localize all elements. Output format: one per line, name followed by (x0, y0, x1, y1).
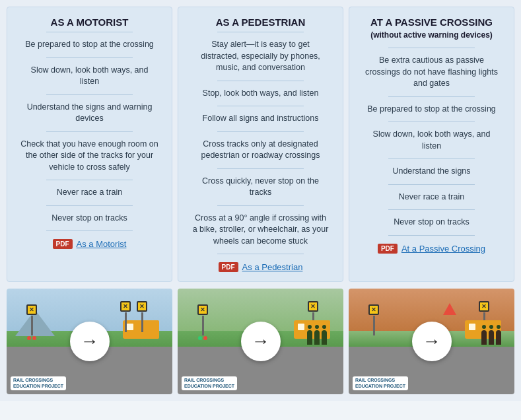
cards-row: AS A MOTORIST Be prepared to stop at the… (7, 7, 514, 282)
motorist-item-3: Understand the signs and warning devices (18, 96, 161, 130)
sign-cluster-left: ✕ (26, 304, 37, 341)
motorist-item-4: Check that you have enough room on the o… (18, 133, 161, 179)
passive-card: AT A PASSIVE CROSSING (without active wa… (349, 7, 514, 282)
divider (388, 48, 474, 48)
light-green (198, 336, 202, 340)
pedestrian-figures-pc (481, 330, 501, 345)
passive-pdf-text[interactable]: At a Passive Crossing (401, 244, 485, 254)
motorist-card: AS A MOTORIST Be prepared to stop at the… (7, 7, 172, 282)
light-red-p (203, 336, 207, 340)
sign-pole (31, 316, 33, 335)
pedestrian-2 (314, 330, 320, 345)
divider (217, 168, 303, 169)
motorist-item-6: Never stop on tracks (18, 207, 161, 230)
logo-line1-p: RAIL CROSSINGS (184, 378, 234, 383)
arrow-button-pc[interactable]: → (412, 322, 452, 361)
lights-row (27, 336, 36, 340)
pedestrian-item-5: Cross quickly, never stop on the tracks (189, 170, 332, 204)
pedestrian-pc-1 (481, 330, 487, 345)
sign-cluster-left-p: ✕ (197, 304, 208, 341)
sign-pole-p (202, 316, 204, 335)
divider (217, 131, 303, 132)
crossing-x-sign-r2: ✕ (120, 301, 131, 312)
crossing-x-sign-r: ✕ (137, 301, 147, 312)
pdf-badge: PDF (378, 244, 398, 254)
logo-line2-pc: EDUCATION PROJECT (355, 384, 405, 389)
sign-cluster-right: ✕ (137, 301, 147, 332)
pedestrian-item-1: Stay alert—it is easy to get distracted,… (189, 34, 332, 79)
arrow-button[interactable]: → (70, 322, 110, 361)
pedestrian-card: AS A PEDESTRIAN Stay alert—it is easy to… (178, 7, 343, 282)
main-container: AS A MOTORIST Be prepared to stop at the… (0, 0, 521, 401)
divider (388, 158, 474, 159)
crossing-x-sign-rp: ✕ (308, 301, 318, 312)
motorist-item-2: Slow down, look both ways, and listen (18, 59, 161, 93)
passive-item-6: Never stop on tracks (360, 211, 503, 234)
divider (46, 205, 132, 206)
pedestrian-pc-2 (489, 330, 494, 345)
divider (388, 184, 474, 185)
divider (388, 122, 474, 122)
pedestrian-pdf-link[interactable]: PDF As a Pedestrian (219, 262, 303, 272)
light-red (27, 336, 31, 340)
passive-item-4: Understand the signs (360, 160, 503, 183)
divider (217, 205, 303, 206)
passive-image[interactable]: ✕ ✕ → RAIL CROSSINGS EDUC (349, 289, 514, 394)
arrow-button-p[interactable]: → (241, 322, 281, 361)
pedestrian-1 (307, 330, 312, 345)
crossing-x-sign-rpc: ✕ (479, 301, 489, 312)
passive-item-3: Slow down, look both ways, and listen (360, 123, 503, 157)
passive-title: AT A PASSIVE CROSSING (370, 17, 493, 28)
divider (388, 235, 474, 236)
sign-pole-pc (373, 316, 375, 335)
pedestrian-image[interactable]: ✕ ✕ → (178, 289, 343, 394)
crossing-x-sign-pc: ✕ (368, 304, 379, 315)
divider (46, 32, 132, 32)
logo-badge-p: RAIL CROSSINGS EDUCATION PROJECT (182, 376, 237, 390)
logo-line2-p: EDUCATION PROJECT (184, 384, 234, 389)
images-row: ✕ ✕ ✕ → RAIL CROSSINGS EDUCATION (7, 289, 514, 394)
logo-badge-pc: RAIL CROSSINGS EDUCATION PROJECT (353, 376, 408, 390)
sign-cluster-right2: ✕ (120, 301, 131, 332)
motorist-pdf-text[interactable]: As a Motorist (77, 239, 127, 249)
motorist-item-1: Be prepared to stop at the crossing (18, 34, 161, 56)
pedestrian-item-4: Cross tracks only at designated pedestri… (189, 133, 332, 167)
pedestrian-item-3: Follow all signs and instructions (189, 108, 332, 130)
triangle-shape (443, 303, 456, 315)
pedestrian-pdf-text[interactable]: As a Pedestrian (242, 262, 303, 272)
divider (46, 131, 132, 132)
divider (46, 57, 132, 58)
logo-line1: RAIL CROSSINGS (13, 378, 63, 383)
motorist-item-5: Never race a train (18, 182, 161, 204)
passive-item-1: Be extra cautious as passive crossings d… (360, 50, 503, 95)
pedestrian-title: AS A PEDESTRIAN (216, 17, 306, 28)
motorist-pdf-link[interactable]: PDF As a Motorist (53, 239, 127, 249)
crossing-x-sign: ✕ (26, 304, 37, 315)
light-red-2 (32, 336, 36, 340)
pedestrian-figures (307, 330, 327, 345)
divider (217, 106, 303, 106)
divider (46, 180, 132, 180)
divider (217, 81, 303, 81)
divider (46, 230, 132, 231)
pdf-badge: PDF (219, 262, 238, 272)
motorist-image[interactable]: ✕ ✕ ✕ → RAIL CROSSINGS EDUCATION (7, 289, 172, 394)
pedestrian-3 (322, 330, 327, 345)
sign-pole-r (141, 312, 143, 332)
train-window-p (298, 324, 304, 330)
divider (217, 32, 303, 32)
divider (217, 254, 303, 254)
pedestrian-item-2: Stop, look both ways, and listen (189, 83, 332, 105)
passive-subtitle: (without active warning devices) (370, 30, 493, 40)
pedestrian-item-6: Cross at a 90° angle if crossing with a … (189, 207, 332, 253)
motorist-title: AS A MOTORIST (51, 17, 129, 28)
crossing-x-sign-p: ✕ (197, 304, 208, 315)
divider (388, 96, 474, 97)
pedestrian-pc-3 (496, 330, 501, 345)
passive-item-5: Never race a train (360, 186, 503, 209)
lights-row-p (198, 336, 207, 340)
passive-pdf-link[interactable]: PDF At a Passive Crossing (378, 244, 485, 254)
sign-cluster-left-pc: ✕ (368, 304, 379, 335)
sign-pole-r2 (125, 312, 127, 332)
logo-line2: EDUCATION PROJECT (13, 384, 63, 389)
